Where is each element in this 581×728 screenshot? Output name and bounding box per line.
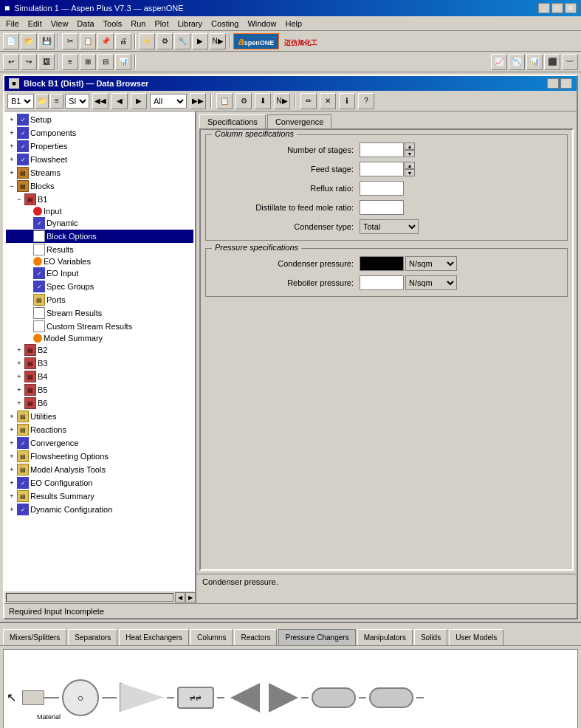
tree-panel[interactable]: + ✓ Setup + ✓ Components + ✓ Properties … (4, 111, 196, 591)
feed-stage-input[interactable] (360, 162, 404, 176)
tree-item-b2[interactable]: + ▤ B2 (6, 343, 193, 357)
condenser-type-select[interactable]: Total (360, 219, 419, 234)
ctrl-btn-3[interactable]: ⊟ (97, 54, 114, 70)
menu-edit[interactable]: Edit (24, 16, 47, 30)
tree-item-b3[interactable]: + ▤ B3 (6, 357, 193, 370)
db-help-btn[interactable]: ? (358, 93, 374, 109)
num-stages-input[interactable] (360, 142, 404, 157)
condenser-pressure-unit[interactable]: N/sqm (405, 256, 457, 271)
cut-button[interactable]: ✂ (62, 33, 78, 49)
bottom-tab-separators[interactable]: Separators (68, 629, 117, 645)
plot-btn-2[interactable]: 📉 (509, 54, 525, 70)
separator-element[interactable] (120, 683, 164, 712)
heat-exchanger-element[interactable]: ⇌⇌ (177, 687, 214, 709)
cylinder-element-2[interactable] (369, 687, 413, 708)
expand-convergence[interactable]: + (7, 439, 16, 447)
menu-library[interactable]: Library (173, 16, 207, 30)
menu-data[interactable]: Data (72, 16, 98, 30)
tree-item-results-summary[interactable]: + ▤ Results Summary (6, 490, 193, 503)
expand-b3[interactable]: + (15, 359, 24, 368)
tree-item-results[interactable]: Results (6, 243, 193, 256)
menu-window[interactable]: Window (243, 16, 281, 30)
tree-item-b6[interactable]: + ▤ B6 (6, 396, 193, 410)
tree-item-dynamic[interactable]: ✓ Dynamic (6, 216, 193, 230)
plot-btn-1[interactable]: 📈 (491, 54, 507, 70)
nav-forward-btn[interactable]: ▶ (131, 93, 147, 109)
close-button[interactable]: ✕ (565, 3, 577, 13)
bottom-tab-solids[interactable]: Solids (414, 629, 447, 645)
bottom-tab-heat-exchangers[interactable]: Heat Exchangers (119, 629, 189, 645)
tree-item-utilities[interactable]: + ▤ Utilities (6, 410, 193, 423)
plot-btn-3[interactable]: 📊 (526, 54, 543, 70)
units-select[interactable]: SI (65, 94, 89, 109)
tab-convergence[interactable]: Convergence (267, 114, 331, 128)
bottom-tab-reactors[interactable]: Reactors (234, 629, 277, 645)
copy-button[interactable]: 📋 (80, 33, 96, 49)
bottom-tab-columns[interactable]: Columns (190, 629, 233, 645)
expand-blocks[interactable]: − (7, 182, 16, 190)
tree-item-eo-variables[interactable]: EO Variables (6, 256, 193, 267)
undo-button[interactable]: ↩ (3, 54, 19, 70)
tree-item-ports[interactable]: ▤ Ports (6, 293, 193, 306)
feed-stage-up[interactable]: ▲ (405, 162, 415, 169)
bottom-tab-mixers[interactable]: Mixers/Splitters (3, 629, 66, 645)
open-button[interactable]: 📂 (21, 33, 37, 49)
expand-flowsheeting[interactable]: + (7, 452, 16, 461)
cursor-tool[interactable]: ↖ (7, 690, 16, 704)
tree-item-spec-groups[interactable]: ✓ Spec Groups (6, 280, 193, 293)
save-button[interactable]: 💾 (38, 33, 55, 49)
expand-utilities[interactable]: + (7, 412, 16, 421)
menu-tools[interactable]: Tools (99, 16, 127, 30)
menu-help[interactable]: Help (281, 16, 307, 30)
reflux-ratio-input[interactable] (360, 181, 404, 196)
menu-run[interactable]: Run (126, 16, 150, 30)
tree-item-dynamic-config[interactable]: + ✓ Dynamic Configuration (6, 503, 193, 516)
db-minimize[interactable]: _ (547, 78, 559, 89)
tree-item-flowsheeting[interactable]: + ▤ Flowsheeting Options (6, 450, 193, 463)
expand-flowsheet[interactable]: + (7, 155, 16, 164)
expand-b2[interactable]: + (15, 346, 24, 354)
redo-button[interactable]: ↪ (21, 54, 37, 70)
expand-reactions[interactable]: + (7, 425, 16, 434)
new-button[interactable]: 📄 (3, 33, 19, 49)
tree-item-b4[interactable]: + ▤ B4 (6, 370, 193, 383)
tree-item-block-options[interactable]: Block Options (6, 230, 193, 243)
tree-item-b1[interactable]: − ▤ B1 (6, 193, 193, 206)
expand-results-summary[interactable]: + (7, 492, 16, 501)
expand-dynamic-config[interactable]: + (7, 505, 16, 514)
tb-btn-3[interactable]: 🔧 (174, 33, 190, 49)
tree-item-input[interactable]: Input (6, 206, 193, 216)
tree-item-model-analysis[interactable]: + ▤ Model Analysis Tools (6, 463, 193, 476)
db-maximize[interactable]: □ (560, 78, 572, 89)
triangle-element[interactable] (230, 683, 260, 712)
bottom-tab-user-models[interactable]: User Models (449, 629, 503, 645)
minimize-button[interactable]: _ (538, 3, 550, 13)
filter-select[interactable]: All (150, 94, 187, 109)
block-rect[interactable] (22, 690, 44, 705)
paste-button[interactable]: 📌 (97, 33, 114, 49)
feed-stage-down[interactable]: ▼ (405, 169, 415, 176)
tree-item-flowsheet[interactable]: + ✓ Flowsheet (6, 153, 193, 166)
expand-setup[interactable]: + (7, 115, 16, 124)
maximize-button[interactable]: □ (551, 3, 563, 13)
menu-plot[interactable]: Plot (150, 16, 173, 30)
nav-prev-btn[interactable]: ◀◀ (92, 93, 109, 109)
tb-btn-5[interactable]: N▶ (210, 33, 226, 49)
menu-view[interactable]: View (47, 16, 73, 30)
expand-b6[interactable]: + (15, 399, 24, 408)
tree-item-custom-stream[interactable]: Custom Stream Results (6, 320, 193, 333)
tree-item-stream-results[interactable]: Stream Results (6, 306, 193, 320)
plot-btn-5[interactable]: 〰 (562, 54, 578, 70)
expand-model-analysis[interactable]: + (7, 465, 16, 474)
reverse-triangle-element[interactable] (269, 683, 298, 712)
tb-btn-2[interactable]: ⚙ (157, 33, 173, 49)
condenser-pressure-input[interactable] (360, 256, 404, 271)
tree-item-eo-input[interactable]: ✓ EO Input (6, 267, 193, 280)
db-info-btn[interactable]: ℹ (339, 93, 355, 109)
expand-b4[interactable]: + (15, 372, 24, 381)
tree-item-setup[interactable]: + ✓ Setup (6, 113, 193, 126)
distillate-feed-input[interactable] (360, 200, 404, 215)
ctrl-btn-2[interactable]: ⊞ (80, 54, 96, 70)
ctrl-btn-4[interactable]: 📊 (115, 54, 131, 70)
db-n-btn[interactable]: N▶ (274, 93, 290, 109)
